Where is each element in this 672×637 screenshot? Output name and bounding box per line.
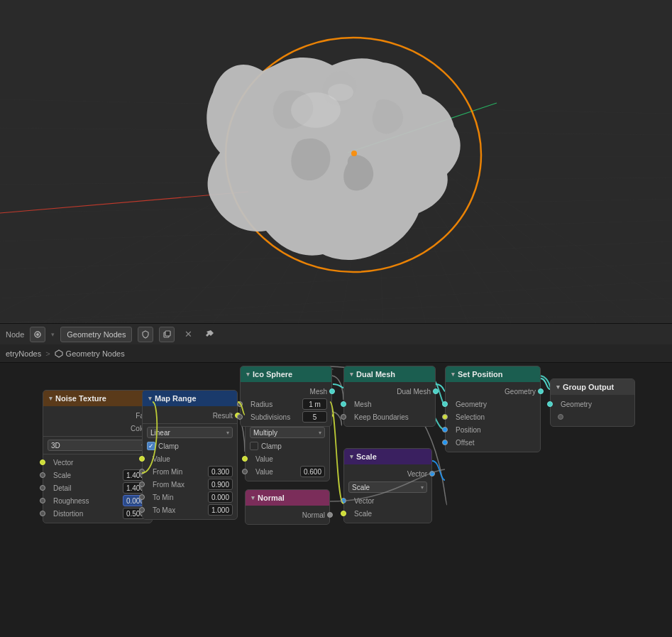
group-output-title: Group Output — [563, 383, 614, 391]
ico-subdiv-row: Subdivisions 5 — [241, 410, 331, 423]
map-range-header: ▾ Map Range — [143, 391, 237, 406]
map-tomin-row: To Min 0.000 — [143, 491, 237, 503]
set-pos-position-row: Position — [446, 423, 540, 436]
frommin-socket — [139, 469, 145, 474]
map-tomax-value[interactable]: 1.000 — [208, 504, 233, 516]
node-topbar: Node ▾ Geometry Nodes ✕ — [0, 323, 672, 344]
map-frommax-value[interactable]: 0.900 — [208, 479, 233, 490]
offset-socket — [442, 440, 448, 445]
scale-scale-in-socket — [341, 511, 346, 516]
selection-socket — [442, 414, 448, 420]
dual-keep-boundaries-row: Keep Boundaries — [344, 410, 435, 423]
scale-socket-in — [40, 472, 45, 478]
noise-roughness-row: Roughness 0.000 — [43, 494, 152, 507]
ico-subdiv-value[interactable]: 5 — [302, 411, 327, 423]
map-range-type-label: Linear — [150, 429, 170, 437]
group-output-dot-row — [551, 410, 634, 423]
node-label: Node — [6, 330, 24, 339]
set-position-header: ▾ Set Position — [446, 366, 540, 382]
scale-scale-input: Scale — [344, 507, 431, 520]
shield-icon-btn[interactable] — [138, 327, 153, 342]
svg-rect-38 — [165, 331, 170, 336]
breadcrumb-separator: > — [45, 349, 50, 358]
multiply-clamp-row: Clamp — [246, 440, 329, 452]
distortion-socket — [40, 511, 45, 516]
breadcrumb: etryNodes > Geometry Nodes — [0, 344, 672, 363]
ico-sphere-node: ▾ Ico Sphere Mesh Radius 1 m Subdivision… — [240, 366, 332, 427]
noise-texture-node: ▾ Noise Texture Fac Color 3D ▾ — [43, 390, 153, 523]
noise-fac-output: Fac — [43, 409, 152, 422]
scale-type-dropdown[interactable]: Scale ▾ — [348, 481, 427, 493]
noise-texture-header: ▾ Noise Texture — [43, 391, 152, 406]
map-range-type-dropdown[interactable]: Linear ▾ — [147, 427, 233, 438]
scale-type-label: Scale — [352, 484, 370, 491]
ico-sphere-header: ▾ Ico Sphere — [241, 366, 331, 382]
breadcrumb-child-label: Geometry Nodes — [66, 349, 125, 358]
node-editor[interactable]: Node ▾ Geometry Nodes ✕ — [0, 323, 672, 637]
map-frommin-row: From Min 0.300 — [143, 465, 237, 478]
normal-header: ▾ Normal — [246, 490, 329, 506]
close-icon-btn[interactable]: ✕ — [180, 327, 196, 342]
tomin-socket — [139, 494, 145, 500]
map-tomin-value[interactable]: 0.000 — [208, 491, 233, 503]
dual-mesh-input: Mesh — [344, 398, 435, 410]
scale-header: ▾ Scale — [344, 449, 431, 464]
scale-vector-output: Vector — [344, 467, 431, 480]
dual-mesh-socket — [433, 388, 439, 394]
viewport-3d[interactable] — [0, 0, 672, 323]
multiply-type-dropdown[interactable]: Multiply ▾ — [250, 427, 325, 438]
map-clamp-checkbox[interactable] — [147, 442, 155, 450]
svg-marker-39 — [55, 350, 62, 357]
multiply-val2-row: Value 0.600 — [246, 465, 329, 478]
map-clamp-row: Clamp — [143, 440, 237, 452]
pin-icon-btn[interactable] — [202, 327, 217, 342]
scale-title: Scale — [356, 452, 377, 461]
ico-mesh-output: Mesh — [241, 385, 331, 398]
tomax-socket — [139, 507, 145, 513]
position-socket — [442, 427, 448, 432]
noise-scale-row: Scale 1.400 — [43, 469, 152, 481]
scale-vec-in-socket — [341, 498, 346, 503]
detail-socket — [40, 485, 45, 491]
set-position-title: Set Position — [458, 370, 503, 379]
set-pos-geom-in-socket — [442, 401, 448, 407]
dual-mesh-header: ▾ Dual Mesh — [344, 366, 435, 382]
multiply-val1-row: Value — [246, 452, 329, 465]
render-type-button[interactable] — [30, 327, 45, 342]
normal-node: ▾ Normal Normal — [245, 489, 330, 525]
dual-mesh-node: ▾ Dual Mesh Dual Mesh Mesh Keep Boundari… — [343, 366, 436, 427]
normal-title: Normal — [258, 494, 285, 502]
map-tomax-row: To Max 1.000 — [143, 503, 237, 516]
breadcrumb-child[interactable]: Geometry Nodes — [55, 349, 125, 358]
set-pos-geom-input: Geometry — [446, 398, 540, 410]
node-canvas[interactable]: ▾ Noise Texture Fac Color 3D ▾ — [0, 363, 672, 637]
noise-color-output: Color — [43, 422, 152, 435]
editor-selector-label: Geometry Nodes — [67, 330, 126, 339]
copy-icon-btn[interactable] — [159, 327, 175, 342]
map-value-socket — [139, 456, 145, 462]
noise-vector-row: Vector — [43, 456, 152, 469]
scale-vector-input: Vector — [344, 494, 431, 507]
roughness-socket — [40, 498, 45, 503]
map-clamp-label: Clamp — [158, 442, 179, 450]
ico-sphere-title: Ico Sphere — [253, 370, 292, 379]
editor-selector[interactable]: Geometry Nodes — [60, 327, 132, 342]
set-pos-selection-row: Selection — [446, 410, 540, 423]
keep-boundaries-socket — [341, 414, 346, 420]
dual-mesh-title: Dual Mesh — [356, 370, 395, 379]
dual-mesh-output: Dual Mesh — [344, 385, 435, 398]
map-range-node: ▾ Map Range Result Linear ▾ — [142, 390, 238, 520]
map-frommin-value[interactable]: 0.300 — [208, 466, 233, 477]
multiply-val2-socket — [242, 469, 248, 474]
noise-texture-title: Noise Texture — [55, 394, 106, 403]
noise-dimension-dropdown[interactable]: 3D ▾ — [48, 440, 148, 451]
set-pos-geom-out-socket — [538, 388, 544, 394]
viewport-grid — [0, 0, 672, 323]
multiply-clamp-checkbox[interactable] — [250, 442, 258, 450]
normal-output: Normal — [246, 508, 329, 521]
noise-distortion-row: Distortion 0.500 — [43, 507, 152, 520]
map-result-output: Result — [143, 409, 237, 422]
ico-radius-value[interactable]: 1 m — [302, 398, 327, 410]
breadcrumb-root[interactable]: etryNodes — [6, 349, 41, 358]
multiply-val2-value[interactable]: 0.600 — [300, 466, 325, 477]
